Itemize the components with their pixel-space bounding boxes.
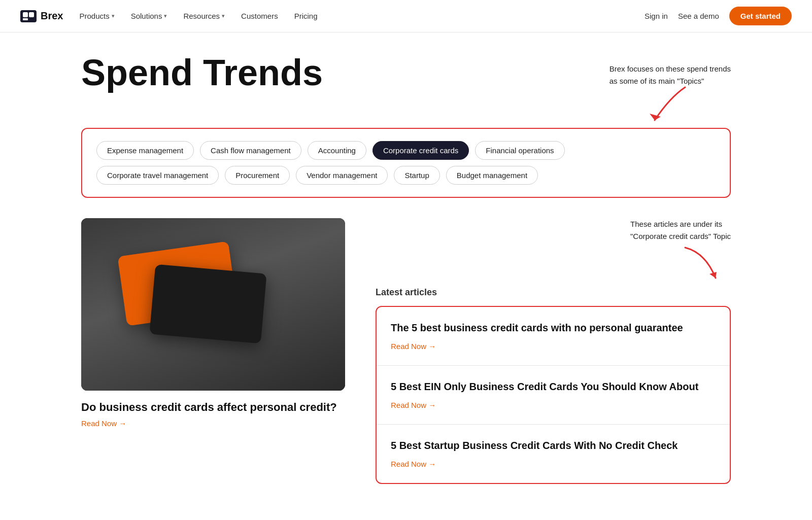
topic-startup[interactable]: Startup (394, 166, 439, 185)
sign-in-link[interactable]: Sign in (645, 12, 668, 20)
topics-row-2: Corporate travel management Procurement … (96, 166, 716, 185)
article-title-3: 5 Best Startup Business Credit Cards Wit… (391, 439, 716, 453)
chevron-down-icon: ▾ (164, 13, 167, 19)
page-title: Spend Trends (81, 53, 323, 93)
see-demo-link[interactable]: See a demo (678, 12, 719, 20)
nav-right: Sign in See a demo Get started (645, 7, 792, 25)
topic-cash-flow[interactable]: Cash flow management (200, 141, 301, 160)
annotation-arrow-right (675, 242, 726, 283)
logo-text: Brex (41, 10, 63, 22)
content-area: Do business credit cards affect personal… (81, 218, 731, 484)
nav-customers[interactable]: Customers (241, 12, 278, 20)
black-card (149, 264, 266, 344)
logo-icon (20, 10, 37, 22)
get-started-button[interactable]: Get started (729, 7, 792, 25)
featured-read-now[interactable]: Read Now → (81, 419, 126, 428)
topic-financial-operations[interactable]: Financial operations (475, 141, 564, 160)
svg-rect-1 (29, 12, 34, 17)
nav-left: Brex Products ▾ Solutions ▾ Resources ▾ … (20, 10, 318, 22)
articles-box: The 5 best business credit cards with no… (376, 306, 731, 484)
article-item-2: 5 Best EIN Only Business Credit Cards Yo… (377, 366, 730, 425)
topic-accounting[interactable]: Accounting (308, 141, 366, 160)
nav-solutions[interactable]: Solutions ▾ (131, 12, 167, 20)
articles-section: These articles are under its"Corporate c… (376, 218, 731, 484)
chevron-down-icon: ▾ (222, 13, 225, 19)
nav-pricing[interactable]: Pricing (294, 12, 318, 20)
featured-image (81, 218, 345, 391)
annotation-arrow-top (639, 82, 700, 128)
svg-rect-2 (23, 18, 28, 20)
latest-articles-label: Latest articles (376, 287, 731, 298)
topic-budget-management[interactable]: Budget management (446, 166, 538, 185)
navbar: Brex Products ▾ Solutions ▾ Resources ▾ … (0, 0, 812, 32)
article-read-now-3[interactable]: Read Now → (391, 460, 436, 468)
svg-rect-0 (23, 12, 28, 17)
featured-title: Do business credit cards affect personal… (81, 401, 345, 414)
article-item-3: 5 Best Startup Business Credit Cards Wit… (377, 425, 730, 483)
topics-section: Expense management Cash flow management … (81, 128, 731, 198)
featured-article: Do business credit cards affect personal… (81, 218, 345, 428)
chevron-down-icon: ▾ (112, 13, 115, 19)
topic-vendor-management[interactable]: Vendor management (296, 166, 388, 185)
topics-box: Expense management Cash flow management … (81, 128, 731, 198)
topics-row-1: Expense management Cash flow management … (96, 141, 716, 160)
article-item-1: The 5 best business credit cards with no… (377, 307, 730, 366)
logo[interactable]: Brex (20, 10, 63, 22)
card-image-inner (81, 218, 345, 391)
topic-corporate-credit-cards[interactable]: Corporate credit cards (373, 141, 469, 160)
nav-products[interactable]: Products ▾ (79, 12, 114, 20)
nav-resources[interactable]: Resources ▾ (183, 12, 225, 20)
topic-procurement[interactable]: Procurement (225, 166, 290, 185)
topic-corporate-travel[interactable]: Corporate travel management (96, 166, 219, 185)
main-content: Spend Trends Brex focuses on these spend… (51, 32, 761, 504)
article-title-2: 5 Best EIN Only Business Credit Cards Yo… (391, 380, 716, 394)
topic-expense-management[interactable]: Expense management (96, 141, 194, 160)
article-read-now-1[interactable]: Read Now → (391, 342, 436, 351)
article-read-now-2[interactable]: Read Now → (391, 401, 436, 409)
article-title-1: The 5 best business credit cards with no… (391, 321, 716, 335)
annotation-right-text: These articles are under its"Corporate c… (630, 218, 731, 242)
